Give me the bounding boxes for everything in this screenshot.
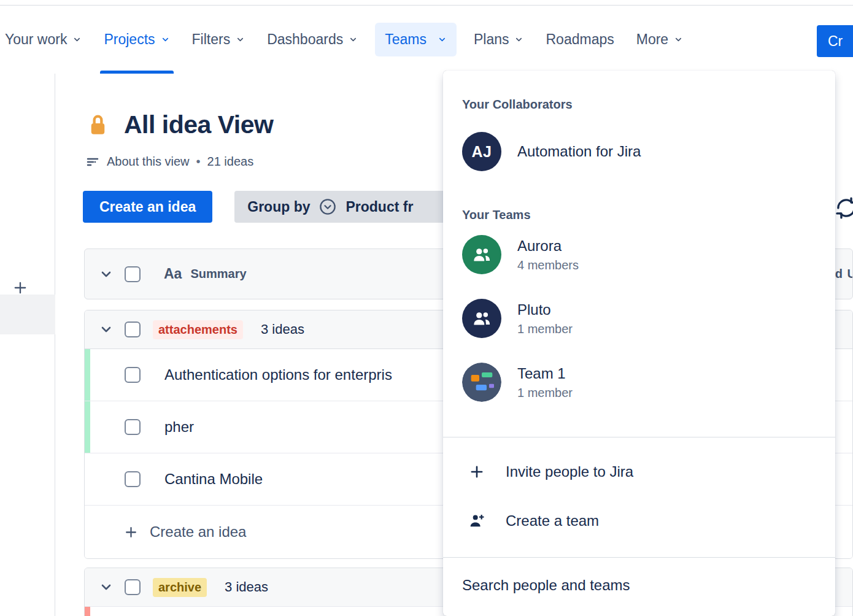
- lock-icon: [87, 113, 109, 137]
- team-item[interactable]: Pluto 1 member: [462, 299, 573, 338]
- chevron-down-icon: [514, 35, 523, 44]
- collaborator-name: Automation for Jira: [517, 143, 641, 160]
- nav-item-filters[interactable]: Filters: [181, 6, 257, 74]
- collaborator-item[interactable]: AJ Automation for Jira: [462, 132, 641, 171]
- team-name: Team 1: [517, 366, 573, 381]
- teams-pill: Teams: [375, 23, 457, 56]
- people-icon: [471, 244, 493, 266]
- team-name: Aurora: [517, 239, 579, 253]
- status-stripe: [85, 401, 90, 453]
- chevron-circle-icon: [318, 198, 337, 216]
- row-checkbox[interactable]: [125, 471, 141, 487]
- group-by-label: Group by: [247, 199, 310, 215]
- sync-icon[interactable]: [832, 195, 853, 223]
- chevron-down-icon: [236, 35, 245, 44]
- toolbar: Create an idea Group by Product fr: [83, 191, 463, 223]
- invite-people-label: Invite people to Jira: [506, 463, 633, 480]
- nav-item-label: Projects: [104, 31, 155, 48]
- avatar: AJ: [462, 132, 501, 171]
- nav-item-more[interactable]: More: [625, 6, 694, 74]
- ideas-count: 21 ideas: [207, 155, 254, 169]
- chevron-down-icon: [72, 35, 82, 44]
- team-member-count: 4 members: [517, 259, 579, 271]
- group-by-control[interactable]: Group by Product fr: [234, 191, 463, 223]
- create-idea-row-label: Create an idea: [150, 523, 246, 541]
- team-member-count: 1 member: [517, 387, 573, 399]
- create-team-item[interactable]: Create a team: [443, 503, 835, 539]
- group-idea-count: 3 ideas: [261, 321, 304, 337]
- idea-title[interactable]: Authentication options for enterpris: [164, 366, 392, 383]
- text-field-type-icon: Aa: [164, 266, 182, 282]
- team-member-count: 1 member: [517, 323, 573, 335]
- about-view-link[interactable]: About this view: [107, 155, 190, 169]
- chevron-down-icon: [674, 35, 683, 44]
- team-item[interactable]: Aurora 4 members: [462, 235, 579, 274]
- view-meta: About this view • 21 ideas: [85, 154, 253, 169]
- left-sidebar: [0, 74, 55, 616]
- team-text: Team 1 1 member: [517, 366, 573, 399]
- team-name: Pluto: [517, 302, 573, 317]
- align-left-icon: [85, 154, 100, 169]
- menu-divider: [443, 557, 835, 558]
- chevron-down-icon: [161, 35, 170, 44]
- top-navigation: Your work Projects Filters Dashboards Te…: [0, 6, 694, 74]
- add-icon: [468, 463, 486, 480]
- nav-item-projects[interactable]: Projects: [93, 6, 180, 74]
- teams-heading: Your Teams: [462, 208, 531, 222]
- chevron-down-icon: [438, 35, 447, 44]
- group-label-badge: archive: [153, 578, 207, 597]
- column-header-fragment: d: [835, 267, 843, 281]
- chevron-down-icon: [349, 35, 358, 44]
- teams-dropdown-menu: Your Collaborators AJ Automation for Jir…: [443, 71, 835, 616]
- nav-item-label: Teams: [385, 31, 427, 48]
- team-text: Pluto 1 member: [517, 302, 573, 335]
- column-header-fragment: U: [847, 267, 853, 281]
- nav-item-roadmaps[interactable]: Roadmaps: [535, 6, 625, 74]
- page-title: All idea View: [124, 110, 273, 139]
- status-stripe: [85, 607, 90, 616]
- idea-title[interactable]: pher: [164, 418, 194, 436]
- select-all-checkbox[interactable]: [125, 266, 141, 282]
- sidebar-item-highlight[interactable]: [0, 295, 55, 334]
- team-text: Aurora 4 members: [517, 239, 579, 271]
- nav-item-label: More: [636, 31, 668, 48]
- team-avatar-illustration: [462, 363, 501, 402]
- nav-item-label: Dashboards: [267, 31, 343, 48]
- nav-item-teams[interactable]: Teams: [369, 6, 463, 74]
- nav-item-your-work[interactable]: Your work: [0, 6, 93, 74]
- create-team-label: Create a team: [506, 512, 599, 529]
- dot-separator: •: [196, 155, 201, 169]
- group-idea-count: 3 ideas: [225, 579, 268, 595]
- add-icon: [123, 525, 139, 540]
- group-checkbox[interactable]: [125, 321, 141, 337]
- nav-item-label: Filters: [192, 31, 231, 48]
- row-checkbox[interactable]: [125, 367, 141, 383]
- group-by-value: Product fr: [345, 199, 413, 215]
- chevron-down-icon[interactable]: [99, 580, 114, 595]
- team-item[interactable]: Team 1 1 member: [462, 363, 573, 402]
- team-avatar: [462, 299, 501, 338]
- nav-item-plans[interactable]: Plans: [463, 6, 535, 74]
- group-label-badge: attachements: [153, 320, 243, 339]
- chevron-down-icon[interactable]: [99, 267, 114, 282]
- create-idea-button[interactable]: Create an idea: [83, 191, 212, 223]
- title-row: All idea View: [87, 110, 273, 139]
- person-add-icon: [468, 512, 486, 529]
- add-icon[interactable]: [12, 279, 29, 296]
- idea-title[interactable]: Cantina Mobile: [164, 471, 263, 488]
- chevron-down-icon[interactable]: [99, 322, 114, 337]
- search-people-teams-link[interactable]: Search people and teams: [462, 577, 630, 594]
- create-button[interactable]: Cr: [817, 25, 853, 57]
- row-checkbox[interactable]: [125, 419, 141, 435]
- nav-item-label: Your work: [5, 31, 67, 48]
- team-avatar: [462, 235, 501, 274]
- avatar-initials: AJ: [472, 143, 492, 161]
- summary-column-header[interactable]: Summary: [190, 267, 246, 281]
- nav-item-label: Plans: [474, 31, 509, 48]
- nav-item-dashboards[interactable]: Dashboards: [256, 6, 369, 74]
- menu-divider: [443, 437, 835, 437]
- people-icon: [471, 307, 493, 329]
- invite-people-item[interactable]: Invite people to Jira: [443, 454, 835, 490]
- group-checkbox[interactable]: [125, 579, 141, 595]
- nav-item-label: Roadmaps: [546, 31, 614, 48]
